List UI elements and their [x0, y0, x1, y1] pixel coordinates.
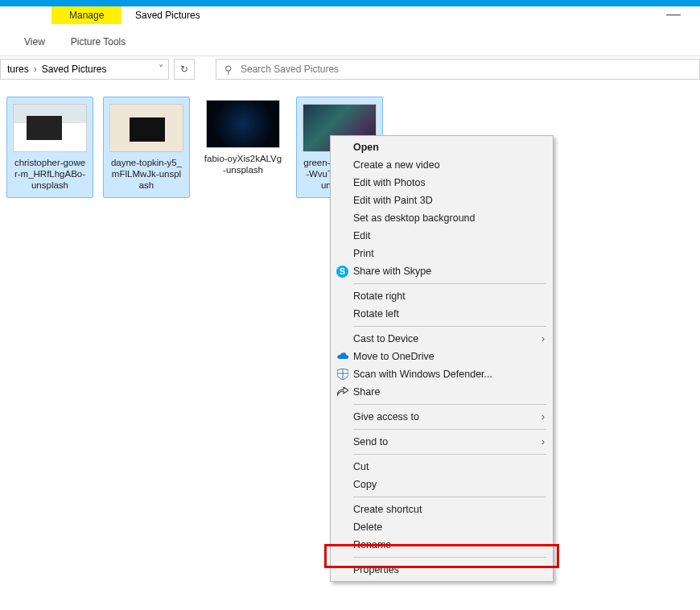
menu-label: Share with Skype: [353, 266, 431, 277]
file-thumbnail[interactable]: fabio-oyXis2kALVg-unsplash: [200, 97, 286, 187]
address-bar-row: tures › Saved Pictures ˅ ↻ ⚲: [0, 56, 700, 82]
menu-edit-photos[interactable]: Edit with Photos: [332, 174, 551, 192]
breadcrumb-segment[interactable]: tures: [6, 64, 31, 75]
menu-open[interactable]: Open: [332, 138, 551, 156]
menu-share-skype[interactable]: S Share with Skype: [332, 262, 551, 280]
ribbon: Manage Saved Pictures — View Picture Too…: [0, 6, 700, 56]
menu-separator: [353, 497, 546, 497]
thumbnail-image: [109, 104, 183, 152]
search-input[interactable]: [239, 63, 691, 76]
menu-separator: [353, 454, 546, 455]
breadcrumb-dropdown-icon[interactable]: ˅: [159, 64, 163, 75]
menu-label: Share: [353, 386, 380, 398]
file-thumbnail[interactable]: dayne-topkin-y5_mFlLMwJk-unsplash: [103, 97, 190, 198]
search-box[interactable]: ⚲: [216, 59, 700, 80]
thumbnail-label: fabio-oyXis2kALVg-unsplash: [200, 151, 286, 187]
menu-send-to[interactable]: Send to ›: [332, 433, 551, 451]
menu-create-video[interactable]: Create a new video: [332, 156, 551, 174]
menu-label: Move to OneDrive: [353, 351, 434, 362]
menu-rotate-right[interactable]: Rotate right: [332, 287, 551, 305]
breadcrumb[interactable]: tures › Saved Pictures ˅: [0, 59, 169, 80]
menu-label: Scan with Windows Defender...: [353, 369, 492, 380]
menu-cut[interactable]: Cut: [332, 458, 551, 476]
onedrive-icon: [336, 350, 349, 363]
menu-copy[interactable]: Copy: [332, 476, 551, 493]
share-icon: [336, 385, 349, 398]
menu-separator: [353, 557, 546, 558]
menu-delete[interactable]: Delete: [332, 518, 551, 536]
submenu-arrow-icon: ›: [541, 333, 545, 344]
submenu-arrow-icon: ›: [541, 411, 545, 422]
context-menu: Open Create a new video Edit with Photos…: [330, 135, 554, 582]
menu-label: Give access to: [353, 411, 419, 422]
menu-scan-defender[interactable]: Scan with Windows Defender...: [332, 365, 551, 383]
thumbnail-image: [206, 100, 280, 148]
menu-edit[interactable]: Edit: [332, 227, 551, 245]
menu-print[interactable]: Print: [332, 245, 551, 262]
file-thumbnail[interactable]: christopher-gower-m_HRfLhgABo-unsplash: [6, 97, 93, 198]
skype-icon: S: [336, 266, 348, 278]
window-title: Saved Pictures: [135, 10, 200, 21]
menu-separator: [353, 283, 546, 284]
manage-contextual-tab[interactable]: Manage: [51, 6, 121, 24]
minimize-button[interactable]: —: [666, 10, 681, 18]
menu-cast-to-device[interactable]: Cast to Device ›: [332, 330, 551, 348]
menu-properties[interactable]: Properties: [332, 561, 551, 579]
menu-separator: [353, 326, 546, 327]
menu-rotate-left[interactable]: Rotate left: [332, 305, 551, 323]
menu-rename[interactable]: Rename: [332, 536, 551, 554]
menu-set-background[interactable]: Set as desktop background: [332, 209, 551, 227]
chevron-right-icon: ›: [34, 64, 37, 75]
search-icon: ⚲: [224, 64, 233, 76]
refresh-icon: ↻: [180, 64, 188, 75]
menu-separator: [353, 404, 546, 405]
menu-label: Cast to Device: [353, 333, 418, 344]
submenu-arrow-icon: ›: [541, 436, 545, 447]
menu-move-onedrive[interactable]: Move to OneDrive: [332, 348, 551, 365]
menu-give-access-to[interactable]: Give access to ›: [332, 408, 551, 426]
refresh-button[interactable]: ↻: [174, 59, 195, 80]
defender-shield-icon: [336, 368, 349, 381]
menu-create-shortcut[interactable]: Create shortcut: [332, 501, 551, 518]
thumbnail-label: dayne-topkin-y5_mFlLMwJk-unsplash: [107, 155, 186, 194]
menu-label: Send to: [353, 436, 388, 447]
ribbon-tab-picture-tools[interactable]: Picture Tools: [60, 33, 137, 51]
menu-separator: [353, 429, 546, 430]
breadcrumb-segment[interactable]: Saved Pictures: [40, 64, 109, 75]
menu-edit-paint3d[interactable]: Edit with Paint 3D: [332, 192, 551, 209]
ribbon-tab-view[interactable]: View: [13, 33, 56, 51]
menu-share[interactable]: Share: [332, 383, 551, 401]
thumbnail-label: christopher-gower-m_HRfLhgABo-unsplash: [10, 155, 89, 194]
thumbnail-image: [13, 104, 87, 152]
titlebar-accent: [0, 0, 700, 6]
